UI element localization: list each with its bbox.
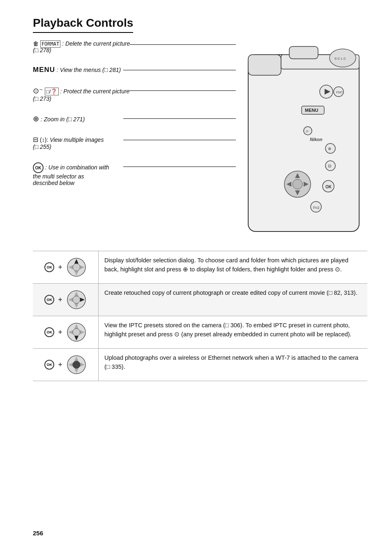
svg-point-46 <box>73 329 80 336</box>
page-title: Playback Controls <box>33 16 133 33</box>
svg-text:OK: OK <box>325 185 332 189</box>
dpad-right-svg <box>66 289 87 310</box>
combo-desc-down: View the IPTC presets stored on the came… <box>99 316 367 348</box>
svg-text:MENU: MENU <box>305 108 318 113</box>
combo-icon-up: OK + <box>33 251 99 283</box>
protect-icon2: □/❓ <box>45 88 58 95</box>
svg-text:Fn2: Fn2 <box>313 206 320 210</box>
combo-table: OK + Display slot/folder selection dialo… <box>33 251 367 381</box>
ok-button-icon-4: OK <box>44 360 54 370</box>
labels-column: 🗑 FORMAT : Delete the current picture(□ … <box>33 40 236 241</box>
ok-button-icon-2: OK <box>44 295 54 305</box>
combo-desc-up: Display slot/folder selection dialog. To… <box>99 251 367 283</box>
combo-desc-right: Create retouched copy of current photogr… <box>99 284 367 316</box>
combo-icon-right: OK + <box>33 284 99 316</box>
camera-diagram: S C L C FMT MENU O⁻ ⊕ ⊟ OK <box>244 42 367 241</box>
svg-rect-1 <box>248 55 281 75</box>
svg-text:S C L C: S C L C <box>334 57 346 60</box>
combo-row-up: OK + Display slot/folder selection dialo… <box>33 251 367 284</box>
combo-icon-down: OK + <box>33 316 99 348</box>
svg-text:FMT: FMT <box>336 90 343 94</box>
ok-label: : Use in combination withthe multi selec… <box>33 164 109 187</box>
combo-row-right: OK + Create retouched copy of current ph… <box>33 284 367 316</box>
label-item-ok: OK : Use in combination withthe multi se… <box>33 162 236 186</box>
combo-icon-center: OK + <box>33 349 99 381</box>
top-section: 🗑 FORMAT : Delete the current picture(□ … <box>33 40 367 241</box>
svg-text:Nikon: Nikon <box>310 137 323 142</box>
zoomin-icon: ⊕ <box>33 115 39 123</box>
svg-text:⊕: ⊕ <box>328 146 331 151</box>
dpad-center-svg <box>66 354 87 375</box>
dpad-up-svg <box>66 257 87 278</box>
viewmulti-icon: ⊟ <box>33 136 38 143</box>
label-item-viewmulti: ⊟ (↕): View multiple images(□ 255) <box>33 136 236 150</box>
delete-icon: 🗑 FORMAT <box>33 40 60 47</box>
svg-text:⊟: ⊟ <box>328 164 331 168</box>
label-item-protect: ⊙⁻ □/❓ : Protect the current picture(□ 2… <box>33 86 236 102</box>
label-item-delete: 🗑 FORMAT : Delete the current picture(□ … <box>33 40 236 53</box>
page-number: 256 <box>33 530 43 537</box>
label-item-menu: MENU : View the menus (□ 281) <box>33 66 236 74</box>
protect-icon: ⊙⁻ <box>33 87 43 95</box>
svg-point-40 <box>73 296 80 303</box>
ok-button-icon-3: OK <box>44 327 54 337</box>
combo-row-down: OK + View the IPTC presets stored on the… <box>33 316 367 349</box>
viewmulti-icon2: (↕): <box>40 137 50 143</box>
dpad-down-svg <box>66 322 87 342</box>
svg-rect-5 <box>289 46 318 59</box>
svg-point-52 <box>73 361 80 368</box>
ok-icon: OK <box>33 162 44 173</box>
zoomin-label: : Zoom in (□ 271) <box>41 116 85 123</box>
svg-text:O⁻: O⁻ <box>306 130 310 133</box>
menu-icon: MENU <box>33 66 55 74</box>
ok-button-icon: OK <box>44 262 54 272</box>
svg-point-34 <box>73 264 80 271</box>
svg-point-28 <box>293 179 302 189</box>
label-item-zoomin: ⊕ : Zoom in (□ 271) <box>33 114 236 123</box>
combo-row-center: OK + Upload photographs over a wireless … <box>33 349 367 381</box>
combo-desc-center: Upload photographs over a wireless or Et… <box>99 349 367 381</box>
svg-rect-0 <box>248 55 359 231</box>
menu-label: : View the menus (□ 281) <box>57 67 121 73</box>
